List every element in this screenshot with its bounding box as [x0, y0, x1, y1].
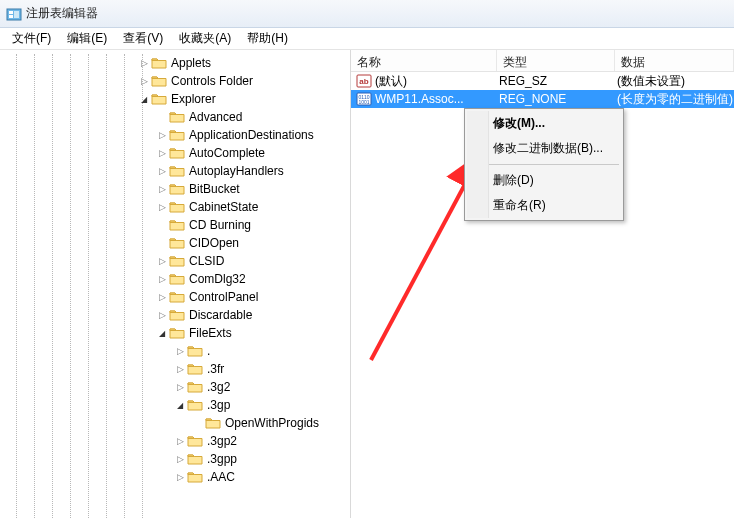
tree-node[interactable]: ▷ApplicationDestinations [2, 126, 350, 144]
svg-rect-3 [14, 11, 19, 18]
tree-node[interactable]: ▷CLSID [2, 252, 350, 270]
string-value-icon: ab [355, 73, 373, 89]
tree-node-label: .3gp2 [203, 434, 237, 448]
folder-icon [169, 128, 185, 142]
tree-node-label: AutoplayHandlers [185, 164, 284, 178]
expander-open-icon[interactable]: ◢ [137, 92, 151, 106]
tree-node[interactable]: ▷ControlPanel [2, 288, 350, 306]
tree-node[interactable]: ▷. [2, 342, 350, 360]
ctx-rename[interactable]: 重命名(R) [467, 193, 621, 218]
tree-node[interactable]: ▷.3g2 [2, 378, 350, 396]
tree-node[interactable]: ◢FileExts [2, 324, 350, 342]
folder-icon [187, 452, 203, 466]
value-row[interactable]: 01101001WMP11.Assoc...REG_NONE(长度为零的二进制值… [351, 90, 734, 108]
tree-pane[interactable]: ▷Applets▷Controls Folder◢Explorer▷Advanc… [0, 50, 351, 518]
expander-closed-icon[interactable]: ▷ [173, 344, 187, 358]
tree-node-label: CabinetState [185, 200, 258, 214]
menu-file[interactable]: 文件(F) [4, 28, 59, 49]
tree-node[interactable]: ▷CIDOpen [2, 234, 350, 252]
column-type[interactable]: 类型 [497, 50, 615, 71]
window-title: 注册表编辑器 [26, 5, 98, 22]
tree-node[interactable]: ▷Controls Folder [2, 72, 350, 90]
folder-icon [187, 470, 203, 484]
values-pane[interactable]: 名称 类型 数据 ab(默认)REG_SZ(数值未设置)01101001WMP1… [351, 50, 734, 518]
expander-closed-icon[interactable]: ▷ [155, 146, 169, 160]
ctx-modify[interactable]: 修改(M)... [467, 111, 621, 136]
menu-view[interactable]: 查看(V) [115, 28, 171, 49]
tree-node-label: Controls Folder [167, 74, 253, 88]
tree-node-label: .3g2 [203, 380, 230, 394]
tree-node[interactable]: ▷.3gpp [2, 450, 350, 468]
tree-node[interactable]: ◢Explorer [2, 90, 350, 108]
folder-icon [169, 164, 185, 178]
expander-closed-icon[interactable]: ▷ [155, 290, 169, 304]
expander-closed-icon[interactable]: ▷ [173, 380, 187, 394]
tree-node-label: FileExts [185, 326, 232, 340]
tree-node[interactable]: ▷CabinetState [2, 198, 350, 216]
ctx-modify-binary[interactable]: 修改二进制数据(B)... [467, 136, 621, 161]
expander-closed-icon[interactable]: ▷ [173, 470, 187, 484]
tree-node-label: Explorer [167, 92, 216, 106]
tree-node[interactable]: ▷Advanced [2, 108, 350, 126]
tree-node[interactable]: ◢.3gp [2, 396, 350, 414]
tree-node[interactable]: ▷AutoplayHandlers [2, 162, 350, 180]
column-data[interactable]: 数据 [615, 50, 734, 71]
menu-favorites[interactable]: 收藏夹(A) [171, 28, 239, 49]
binary-value-icon: 01101001 [355, 91, 373, 107]
tree-node[interactable]: ▷AutoComplete [2, 144, 350, 162]
expander-open-icon[interactable]: ◢ [173, 398, 187, 412]
regedit-icon [6, 6, 22, 22]
expander-closed-icon[interactable]: ▷ [173, 452, 187, 466]
folder-icon [169, 110, 185, 124]
folder-icon [187, 344, 203, 358]
ctx-delete[interactable]: 删除(D) [467, 168, 621, 193]
expander-open-icon[interactable]: ◢ [155, 326, 169, 340]
tree-node-label: BitBucket [185, 182, 240, 196]
tree-node[interactable]: ▷OpenWithProgids [2, 414, 350, 432]
tree-node[interactable]: ▷Discardable [2, 306, 350, 324]
tree-node[interactable]: ▷ComDlg32 [2, 270, 350, 288]
folder-icon [169, 200, 185, 214]
expander-closed-icon[interactable]: ▷ [155, 254, 169, 268]
expander-closed-icon[interactable]: ▷ [155, 308, 169, 322]
menu-edit[interactable]: 编辑(E) [59, 28, 115, 49]
expander-closed-icon[interactable]: ▷ [137, 56, 151, 70]
folder-icon [169, 308, 185, 322]
tree-node-label: Discardable [185, 308, 252, 322]
menubar: 文件(F) 编辑(E) 查看(V) 收藏夹(A) 帮助(H) [0, 28, 734, 50]
tree-node[interactable]: ▷.3gp2 [2, 432, 350, 450]
expander-closed-icon[interactable]: ▷ [155, 128, 169, 142]
expander-closed-icon[interactable]: ▷ [173, 362, 187, 376]
value-row[interactable]: ab(默认)REG_SZ(数值未设置) [351, 72, 734, 90]
value-name: (默认) [373, 73, 497, 90]
menu-help[interactable]: 帮助(H) [239, 28, 296, 49]
svg-text:1001: 1001 [358, 99, 369, 105]
context-menu: 修改(M)... 修改二进制数据(B)... 删除(D) 重命名(R) [464, 108, 624, 221]
tree-node-label: .3gpp [203, 452, 237, 466]
column-name[interactable]: 名称 [351, 50, 497, 71]
expander-closed-icon[interactable]: ▷ [155, 182, 169, 196]
folder-icon [169, 290, 185, 304]
svg-text:ab: ab [359, 77, 368, 86]
expander-closed-icon[interactable]: ▷ [155, 272, 169, 286]
expander-closed-icon[interactable]: ▷ [173, 434, 187, 448]
tree-node-label: .AAC [203, 470, 235, 484]
expander-closed-icon[interactable]: ▷ [137, 74, 151, 88]
tree-node-label: Advanced [185, 110, 242, 124]
folder-icon [187, 434, 203, 448]
folder-icon [169, 326, 185, 340]
column-header-row: 名称 类型 数据 [351, 50, 734, 72]
folder-icon [151, 56, 167, 70]
tree-node[interactable]: ▷.3fr [2, 360, 350, 378]
value-data: (长度为零的二进制值) [615, 91, 734, 108]
tree-node[interactable]: ▷Applets [2, 54, 350, 72]
tree-node-label: CD Burning [185, 218, 251, 232]
expander-closed-icon[interactable]: ▷ [155, 200, 169, 214]
tree-node[interactable]: ▷.AAC [2, 468, 350, 486]
tree-node-label: .3gp [203, 398, 230, 412]
tree-node-label: AutoComplete [185, 146, 265, 160]
tree-node[interactable]: ▷BitBucket [2, 180, 350, 198]
tree-node[interactable]: ▷CD Burning [2, 216, 350, 234]
folder-icon [169, 146, 185, 160]
expander-closed-icon[interactable]: ▷ [155, 164, 169, 178]
